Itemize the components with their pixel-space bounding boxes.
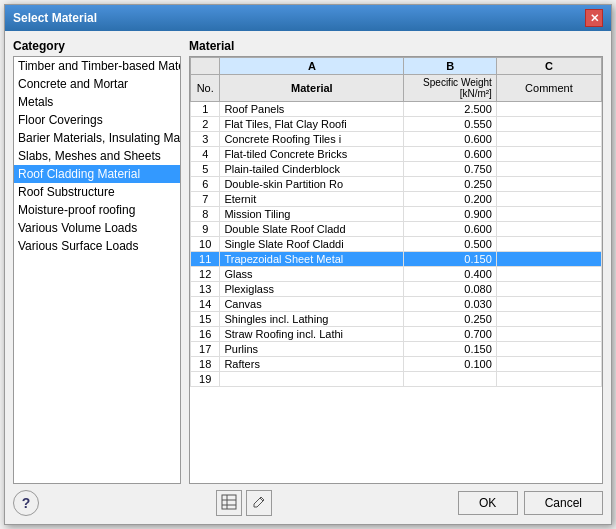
row-weight: 0.250 — [404, 177, 497, 192]
row-weight: 0.150 — [404, 342, 497, 357]
row-no: 17 — [191, 342, 220, 357]
close-button[interactable]: ✕ — [585, 9, 603, 27]
row-name: Straw Roofing incl. Lathi — [220, 327, 404, 342]
material-row[interactable]: 14Canvas0.030 — [191, 297, 602, 312]
row-no: 7 — [191, 192, 220, 207]
category-item-surface[interactable]: Various Surface Loads — [14, 237, 180, 255]
material-table: A B C No. Material Specific Weight [kN/m… — [190, 57, 602, 387]
row-name: Flat-tiled Concrete Bricks — [220, 147, 404, 162]
material-row[interactable]: 7Eternit0.200 — [191, 192, 602, 207]
row-no: 14 — [191, 297, 220, 312]
row-weight: 0.900 — [404, 207, 497, 222]
help-button[interactable]: ? — [13, 490, 39, 516]
svg-rect-0 — [222, 495, 236, 509]
row-no: 12 — [191, 267, 220, 282]
row-comment — [496, 102, 601, 117]
category-item-roof-sub[interactable]: Roof Substructure — [14, 183, 180, 201]
row-comment — [496, 162, 601, 177]
row-name: Roof Panels — [220, 102, 404, 117]
material-row[interactable]: 18Rafters0.100 — [191, 357, 602, 372]
material-row[interactable]: 12Glass0.400 — [191, 267, 602, 282]
select-material-dialog: Select Material ✕ Category Timber and Ti… — [4, 4, 612, 525]
col-a-header: A — [220, 58, 404, 75]
row-comment — [496, 177, 601, 192]
row-comment — [496, 372, 601, 387]
category-item-slabs[interactable]: Slabs, Meshes and Sheets — [14, 147, 180, 165]
category-list: Timber and Timber-based MaterConcrete an… — [13, 56, 181, 484]
row-comment — [496, 252, 601, 267]
category-item-barrier[interactable]: Barier Materials, Insulating Mate — [14, 129, 180, 147]
row-comment — [496, 342, 601, 357]
category-item-volume[interactable]: Various Volume Loads — [14, 219, 180, 237]
sub-header-row: No. Material Specific Weight [kN/m²] Com… — [191, 75, 602, 102]
row-no: 4 — [191, 147, 220, 162]
material-row[interactable]: 9Double Slate Roof Cladd0.600 — [191, 222, 602, 237]
table-icon — [221, 494, 237, 513]
row-weight: 0.700 — [404, 327, 497, 342]
material-row[interactable]: 19 — [191, 372, 602, 387]
category-item-metals[interactable]: Metals — [14, 93, 180, 111]
edit-icon-button[interactable] — [246, 490, 272, 516]
material-row[interactable]: 6Double-skin Partition Ro0.250 — [191, 177, 602, 192]
row-weight: 0.600 — [404, 222, 497, 237]
material-table-container: A B C No. Material Specific Weight [kN/m… — [189, 56, 603, 484]
material-row[interactable]: 5Plain-tailed Cinderblock0.750 — [191, 162, 602, 177]
row-no: 1 — [191, 102, 220, 117]
row-no: 16 — [191, 327, 220, 342]
row-name: Glass — [220, 267, 404, 282]
row-no: 19 — [191, 372, 220, 387]
row-weight: 0.250 — [404, 312, 497, 327]
main-content: Category Timber and Timber-based MaterCo… — [13, 39, 603, 484]
row-name: Single Slate Roof Claddi — [220, 237, 404, 252]
material-row[interactable]: 8Mission Tiling0.900 — [191, 207, 602, 222]
category-item-moisture[interactable]: Moisture-proof roofing — [14, 201, 180, 219]
row-name: Double-skin Partition Ro — [220, 177, 404, 192]
comment-sub-header: Comment — [496, 75, 601, 102]
table-icon-button[interactable] — [216, 490, 242, 516]
bottom-bar: ? — [13, 484, 603, 516]
row-name: Shingles incl. Lathing — [220, 312, 404, 327]
col-c-header: C — [496, 58, 601, 75]
row-no: 2 — [191, 117, 220, 132]
row-weight: 0.150 — [404, 252, 497, 267]
category-item-concrete[interactable]: Concrete and Mortar — [14, 75, 180, 93]
material-row[interactable]: 16Straw Roofing incl. Lathi0.700 — [191, 327, 602, 342]
category-item-floor[interactable]: Floor Coverings — [14, 111, 180, 129]
row-weight — [404, 372, 497, 387]
material-row[interactable]: 3Concrete Roofing Tiles i0.600 — [191, 132, 602, 147]
row-no: 15 — [191, 312, 220, 327]
row-no: 11 — [191, 252, 220, 267]
ok-button[interactable]: OK — [458, 491, 518, 515]
row-weight: 0.100 — [404, 357, 497, 372]
material-row[interactable]: 1Roof Panels2.500 — [191, 102, 602, 117]
weight-unit: [kN/m²] — [408, 88, 492, 99]
no-header — [191, 58, 220, 75]
edit-icon — [251, 494, 267, 513]
row-weight: 0.750 — [404, 162, 497, 177]
row-name: Double Slate Roof Cladd — [220, 222, 404, 237]
cancel-button[interactable]: Cancel — [524, 491, 603, 515]
no-sub-header: No. — [191, 75, 220, 102]
row-no: 18 — [191, 357, 220, 372]
row-name: Purlins — [220, 342, 404, 357]
row-name: Canvas — [220, 297, 404, 312]
material-row[interactable]: 13Plexiglass0.080 — [191, 282, 602, 297]
category-item-roof-cladding[interactable]: Roof Cladding Material — [14, 165, 180, 183]
row-weight: 0.080 — [404, 282, 497, 297]
row-name: Eternit — [220, 192, 404, 207]
row-weight: 0.500 — [404, 237, 497, 252]
category-label: Category — [13, 39, 181, 53]
row-comment — [496, 237, 601, 252]
category-item-timber[interactable]: Timber and Timber-based Mater — [14, 57, 180, 75]
material-row[interactable]: 11Trapezoidal Sheet Metal0.150 — [191, 252, 602, 267]
material-row[interactable]: 2Flat Tiles, Flat Clay Roofi0.550 — [191, 117, 602, 132]
col-header-row: A B C — [191, 58, 602, 75]
row-name: Trapezoidal Sheet Metal — [220, 252, 404, 267]
material-row[interactable]: 15Shingles incl. Lathing0.250 — [191, 312, 602, 327]
bottom-right: OK Cancel — [458, 491, 603, 515]
material-row[interactable]: 10Single Slate Roof Claddi0.500 — [191, 237, 602, 252]
row-name: Concrete Roofing Tiles i — [220, 132, 404, 147]
row-comment — [496, 297, 601, 312]
material-row[interactable]: 4Flat-tiled Concrete Bricks0.600 — [191, 147, 602, 162]
material-row[interactable]: 17Purlins0.150 — [191, 342, 602, 357]
